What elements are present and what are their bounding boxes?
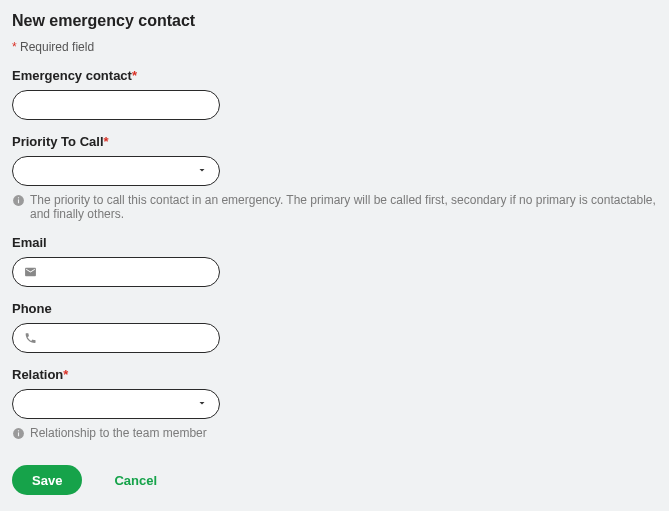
emergency-contact-input[interactable] xyxy=(12,90,220,120)
required-field-note: * Required field xyxy=(12,40,657,54)
field-phone: Phone xyxy=(12,301,657,353)
priority-select[interactable] xyxy=(12,156,220,186)
svg-rect-5 xyxy=(18,430,19,431)
email-input[interactable] xyxy=(12,257,220,287)
relation-help: Relationship to the team member xyxy=(12,426,657,443)
phone-label: Phone xyxy=(12,301,657,316)
svg-rect-2 xyxy=(18,197,19,198)
relation-label: Relation* xyxy=(12,367,657,382)
cancel-button[interactable]: Cancel xyxy=(114,473,157,488)
required-star: * xyxy=(12,40,17,54)
relation-help-text: Relationship to the team member xyxy=(30,426,207,440)
phone-input[interactable] xyxy=(12,323,220,353)
phone-icon xyxy=(24,332,37,345)
field-email: Email xyxy=(12,235,657,287)
field-priority: Priority To Call* The priority to call t… xyxy=(12,134,657,221)
email-icon xyxy=(24,266,37,279)
info-icon xyxy=(12,427,25,443)
priority-help-text: The priority to call this contact in an … xyxy=(30,193,657,221)
priority-help: The priority to call this contact in an … xyxy=(12,193,657,221)
email-label: Email xyxy=(12,235,657,250)
save-button[interactable]: Save xyxy=(12,465,82,495)
relation-select[interactable] xyxy=(12,389,220,419)
button-row: Save Cancel xyxy=(12,465,657,495)
svg-rect-1 xyxy=(18,199,19,203)
info-icon xyxy=(12,194,25,210)
page-title: New emergency contact xyxy=(12,12,657,30)
field-emergency-contact: Emergency contact* xyxy=(12,68,657,120)
priority-label: Priority To Call* xyxy=(12,134,657,149)
emergency-contact-label: Emergency contact* xyxy=(12,68,657,83)
field-relation: Relation* Relationship to the team membe… xyxy=(12,367,657,443)
svg-rect-4 xyxy=(18,432,19,436)
required-note-text: Required field xyxy=(20,40,94,54)
